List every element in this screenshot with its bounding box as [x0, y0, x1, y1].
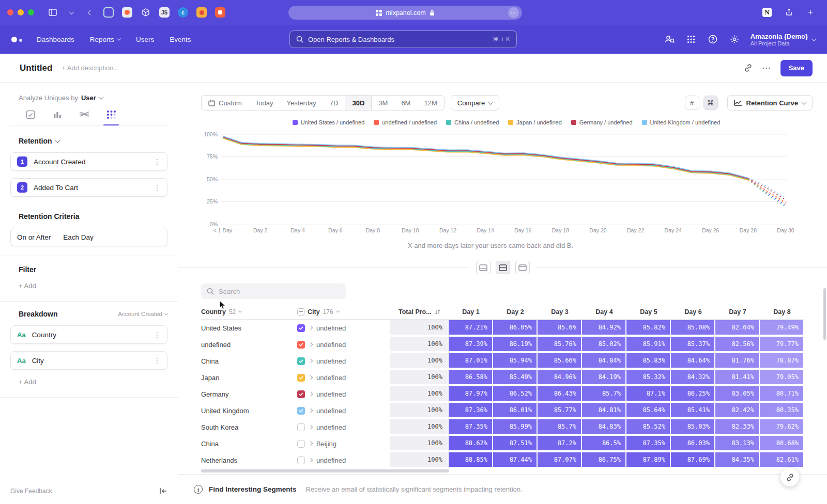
day-cell[interactable]: 85.76%: [538, 337, 582, 352]
series-checkbox-checked[interactable]: [297, 407, 305, 415]
share-link-fab[interactable]: [780, 468, 799, 486]
day-cell[interactable]: 82.33%: [715, 419, 760, 435]
nav-item-events[interactable]: Events: [170, 36, 191, 43]
kebab-menu-icon[interactable]: ⋮: [154, 158, 161, 166]
day-cell[interactable]: 85.32%: [626, 370, 671, 385]
date-range-custom[interactable]: Custom: [202, 96, 249, 110]
expand-row-icon[interactable]: [309, 458, 313, 462]
day-cell[interactable]: 84.83%: [582, 419, 626, 435]
day-cell[interactable]: 79.62%: [760, 419, 804, 435]
analyze-value-dropdown[interactable]: User: [81, 94, 103, 102]
copy-link-icon[interactable]: [744, 64, 753, 72]
day-cell[interactable]: 85.03%: [671, 419, 715, 435]
retention-step-2[interactable]: 2Added To Cart⋮: [10, 178, 167, 197]
series-checkbox-unchecked[interactable]: [297, 456, 305, 464]
minimize-window-button[interactable]: [18, 9, 24, 15]
day-cell[interactable]: 85.94%: [493, 353, 538, 369]
day-cell[interactable]: 85.6%: [538, 320, 582, 336]
day-cell[interactable]: 87.36%: [449, 403, 493, 418]
day-cell[interactable]: 85.99%: [493, 419, 538, 435]
mixpanel-logo[interactable]: [11, 37, 22, 42]
date-range-today[interactable]: Today: [249, 96, 280, 110]
sidebar-toggle-icon[interactable]: [47, 7, 58, 18]
kebab-menu-icon[interactable]: ⋮: [154, 330, 161, 339]
country-cell[interactable]: China: [201, 357, 297, 365]
country-column-header[interactable]: Country52: [201, 308, 297, 316]
day-cell[interactable]: 85.82%: [626, 320, 671, 336]
expand-row-icon[interactable]: [309, 359, 313, 363]
day-cell[interactable]: 79.77%: [760, 337, 804, 352]
day-cell[interactable]: 80.71%: [760, 386, 804, 402]
series-checkbox-unchecked[interactable]: [297, 440, 305, 448]
extension-icon-6[interactable]: [215, 7, 226, 18]
back-icon[interactable]: [84, 7, 96, 18]
criteria-on-or-after[interactable]: On or After: [17, 233, 51, 241]
table-row[interactable]: Netherlandsundefined100%88.85%87.44%87.0…: [201, 452, 804, 468]
day-cell[interactable]: 88.85%: [449, 452, 493, 468]
url-more-button[interactable]: ⋯: [508, 7, 519, 18]
table-row[interactable]: undefinedundefined100%87.39%86.19%85.76%…: [201, 336, 804, 353]
city-cell[interactable]: undefined: [297, 357, 390, 365]
notion-icon[interactable]: N: [761, 7, 773, 18]
nav-item-reports[interactable]: Reports: [90, 36, 120, 43]
breakdown-context-dropdown[interactable]: Account Created: [118, 311, 167, 317]
legend-item-united-kingdom-undefined[interactable]: United Kingdom / undefined: [642, 119, 721, 126]
day-cell[interactable]: 85.41%: [671, 403, 715, 418]
day-cell[interactable]: 84.64%: [671, 353, 715, 369]
tab-flows[interactable]: [78, 110, 91, 125]
legend-item-japan-undefined[interactable]: Japan / undefined: [508, 119, 561, 126]
close-window-button[interactable]: [7, 9, 13, 15]
nav-item-dashboards[interactable]: Dashboards: [37, 36, 74, 43]
day-cell[interactable]: 86.03%: [671, 436, 715, 451]
day-cell[interactable]: 82.42%: [715, 403, 760, 418]
day-cell[interactable]: 85.7%: [538, 419, 582, 435]
day-cell[interactable]: 87.69%: [671, 452, 715, 468]
series-checkbox-checked[interactable]: [297, 324, 305, 332]
day-column-header[interactable]: Day 3: [538, 308, 582, 316]
global-search-button[interactable]: Open Reports & Dashboards ⌘ + K: [289, 30, 517, 48]
legend-item-united-states-undefined[interactable]: United States / undefined: [293, 119, 365, 126]
day-cell[interactable]: 85.7%: [582, 386, 626, 402]
city-cell[interactable]: undefined: [297, 423, 390, 431]
date-range-12m[interactable]: 12M: [417, 96, 443, 110]
series-checkbox-checked[interactable]: [297, 341, 305, 349]
compare-button[interactable]: Compare: [451, 95, 499, 111]
day-cell[interactable]: 84.32%: [671, 370, 715, 385]
apps-grid-icon[interactable]: [685, 34, 697, 45]
city-cell[interactable]: undefined: [297, 324, 390, 332]
day-cell[interactable]: 87.07%: [538, 452, 582, 468]
day-cell[interactable]: 79.49%: [760, 320, 804, 336]
day-cell[interactable]: 88.62%: [449, 436, 493, 451]
day-cell[interactable]: 85.08%: [671, 320, 715, 336]
day-column-header[interactable]: Day 7: [715, 308, 760, 316]
legend-item-china-undefined[interactable]: China / undefined: [446, 119, 499, 126]
give-feedback-link[interactable]: Give Feedback: [10, 487, 52, 495]
day-cell[interactable]: 85.83%: [626, 353, 671, 369]
day-cell[interactable]: 86.25%: [671, 386, 715, 402]
day-column-header[interactable]: Day 8: [760, 308, 804, 316]
city-column-header[interactable]: City176: [297, 308, 390, 316]
country-cell[interactable]: undefined: [201, 341, 297, 349]
help-icon[interactable]: [707, 34, 718, 45]
day-column-header[interactable]: Day 5: [626, 308, 671, 316]
country-cell[interactable]: South Korea: [201, 423, 297, 431]
extension-icon-js[interactable]: JS: [159, 7, 170, 18]
kebab-menu-icon[interactable]: ⋮: [154, 183, 161, 192]
country-cell[interactable]: United Kingdom: [201, 407, 297, 415]
date-range-7d[interactable]: 7D: [323, 96, 345, 110]
horizontal-scrollbar[interactable]: [201, 469, 449, 472]
save-button[interactable]: Save: [780, 60, 813, 76]
extension-icon-5[interactable]: [196, 7, 207, 18]
country-cell[interactable]: United States: [201, 324, 297, 332]
series-checkbox-checked[interactable]: [297, 357, 305, 365]
day-cell[interactable]: 84.35%: [715, 452, 760, 468]
density-compact-button[interactable]: [476, 261, 491, 274]
table-row[interactable]: ChinaBeijing100%88.62%87.51%87.2%86.5%87…: [201, 435, 804, 452]
day-cell[interactable]: 82.56%: [715, 337, 760, 352]
day-cell[interactable]: 87.35%: [449, 419, 493, 435]
day-cell[interactable]: 80.68%: [760, 436, 804, 451]
user-lookup-icon[interactable]: [664, 34, 675, 45]
city-cell[interactable]: undefined: [297, 407, 390, 415]
country-cell[interactable]: Netherlands: [201, 456, 297, 464]
date-range-3m[interactable]: 3M: [372, 96, 394, 110]
